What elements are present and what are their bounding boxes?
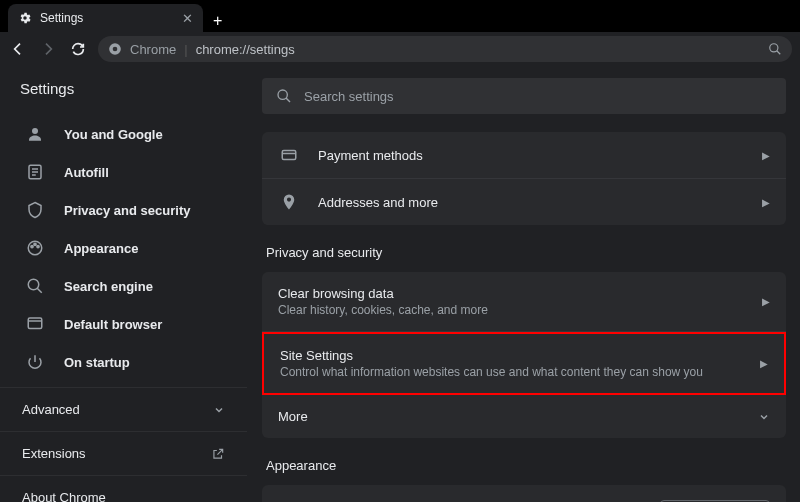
about-label: About Chrome: [22, 490, 106, 502]
power-icon: [26, 353, 44, 371]
tab-settings[interactable]: Settings ✕: [8, 4, 203, 32]
settings-search[interactable]: [262, 78, 786, 114]
person-icon: [26, 125, 44, 143]
row-title: Addresses and more: [318, 195, 762, 210]
sidebar-advanced[interactable]: Advanced: [0, 387, 247, 432]
browser-icon: [26, 315, 44, 333]
privacy-card: Clear browsing data Clear history, cooki…: [262, 272, 786, 438]
sidebar-extensions[interactable]: Extensions: [0, 432, 247, 476]
extensions-label: Extensions: [22, 446, 86, 461]
row-title: More: [278, 409, 758, 424]
sidebar-item-appearance[interactable]: Appearance: [0, 229, 247, 267]
svg-point-9: [28, 279, 39, 290]
forward-button[interactable]: [38, 39, 58, 59]
svg-rect-12: [282, 151, 296, 160]
sidebar-item-on-startup[interactable]: On startup: [0, 343, 247, 381]
sidebar-item-autofill[interactable]: Autofill: [0, 153, 247, 191]
sidebar-item-search-engine[interactable]: Search engine: [0, 267, 247, 305]
sidebar-item-privacy[interactable]: Privacy and security: [0, 191, 247, 229]
address-label: Chrome: [130, 42, 176, 57]
new-tab-button[interactable]: +: [203, 12, 232, 32]
row-more[interactable]: More: [262, 395, 786, 438]
row-site-settings[interactable]: Site Settings Control what information w…: [262, 332, 786, 395]
external-link-icon: [211, 447, 225, 461]
sidebar: Settings You and Google Autofill Privacy…: [0, 66, 248, 502]
sidebar-item-default-browser[interactable]: Default browser: [0, 305, 247, 343]
address-bar[interactable]: Chrome | chrome://settings: [98, 36, 792, 62]
chrome-icon: [108, 42, 122, 56]
shield-icon: [26, 201, 44, 219]
row-title: Site Settings: [280, 348, 760, 363]
chevron-down-icon: [213, 404, 225, 416]
sidebar-item-label: On startup: [64, 355, 130, 370]
tab-strip: Settings ✕ +: [0, 0, 800, 32]
location-icon: [278, 193, 300, 211]
row-addresses[interactable]: Addresses and more ▶: [262, 179, 786, 225]
chevron-right-icon: ▶: [762, 296, 770, 307]
row-themes[interactable]: Themes Just Black Reset to default: [262, 485, 786, 502]
credit-card-icon: [278, 146, 300, 164]
palette-icon: [26, 239, 44, 257]
chevron-down-icon: [758, 411, 770, 423]
sidebar-item-you-and-google[interactable]: You and Google: [0, 115, 247, 153]
chevron-right-icon: ▶: [760, 358, 768, 369]
sidebar-item-label: You and Google: [64, 127, 163, 142]
autofill-icon: [26, 163, 44, 181]
appearance-card: Themes Just Black Reset to default Show …: [262, 485, 786, 502]
reload-button[interactable]: [68, 39, 88, 59]
svg-point-6: [31, 245, 33, 247]
sidebar-item-label: Privacy and security: [64, 203, 190, 218]
main-panel: Payment methods ▶ Addresses and more ▶ P…: [248, 66, 800, 502]
sidebar-about-chrome[interactable]: About Chrome: [0, 476, 247, 502]
back-button[interactable]: [8, 39, 28, 59]
address-url: chrome://settings: [196, 42, 295, 57]
sidebar-item-label: Search engine: [64, 279, 153, 294]
row-subtitle: Control what information websites can us…: [280, 365, 760, 379]
svg-rect-10: [28, 318, 42, 329]
row-clear-browsing-data[interactable]: Clear browsing data Clear history, cooki…: [262, 272, 786, 332]
search-icon[interactable]: [768, 42, 782, 56]
row-payment-methods[interactable]: Payment methods ▶: [262, 132, 786, 179]
sidebar-item-label: Autofill: [64, 165, 109, 180]
section-title-privacy: Privacy and security: [262, 225, 786, 272]
row-title: Payment methods: [318, 148, 762, 163]
close-icon[interactable]: ✕: [182, 11, 193, 26]
autofill-card: Payment methods ▶ Addresses and more ▶: [262, 132, 786, 225]
advanced-label: Advanced: [22, 402, 80, 417]
chevron-right-icon: ▶: [762, 150, 770, 161]
tab-title: Settings: [40, 11, 83, 25]
divider: |: [184, 42, 187, 57]
chevron-right-icon: ▶: [762, 197, 770, 208]
search-icon: [276, 88, 292, 104]
row-title: Clear browsing data: [278, 286, 762, 301]
svg-point-11: [278, 90, 287, 99]
search-engine-icon: [26, 277, 44, 295]
svg-point-1: [113, 47, 118, 52]
sidebar-item-label: Default browser: [64, 317, 162, 332]
sidebar-item-label: Appearance: [64, 241, 138, 256]
sidebar-title: Settings: [0, 80, 247, 115]
browser-toolbar: Chrome | chrome://settings: [0, 32, 800, 66]
section-title-appearance: Appearance: [262, 438, 786, 485]
svg-point-2: [770, 44, 778, 52]
row-subtitle: Clear history, cookies, cache, and more: [278, 303, 762, 317]
svg-point-3: [32, 128, 38, 134]
search-input[interactable]: [304, 89, 772, 104]
gear-icon: [18, 11, 32, 25]
svg-point-8: [37, 245, 39, 247]
svg-point-7: [34, 243, 36, 245]
